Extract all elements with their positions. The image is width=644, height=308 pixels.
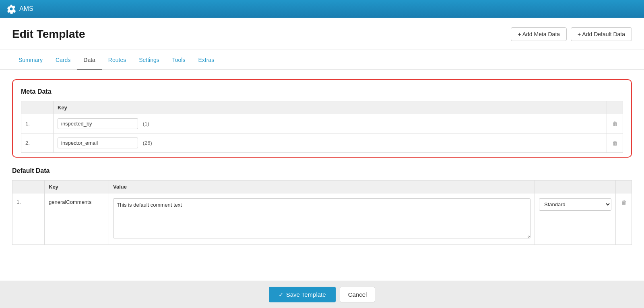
default-row-1-delete[interactable]: 🗑 xyxy=(616,193,632,245)
tab-data[interactable]: Data xyxy=(77,51,102,70)
delete-meta-row-1-icon[interactable]: 🗑 xyxy=(612,121,618,127)
tab-tools[interactable]: Tools xyxy=(166,51,192,70)
page-title: Edit Template xyxy=(12,28,85,41)
delete-default-row-1-icon[interactable]: 🗑 xyxy=(621,199,627,205)
default-row-1-type-cell: Standard Advanced Custom xyxy=(535,193,616,245)
default-col-actions xyxy=(616,181,632,193)
default-col-type xyxy=(535,181,616,193)
default-data-title: Default Data xyxy=(12,167,632,175)
table-row: 2. (26) 🗑 xyxy=(21,133,623,153)
tab-settings[interactable]: Settings xyxy=(132,51,166,70)
default-col-num xyxy=(12,181,45,193)
topnav: AMS xyxy=(0,0,644,18)
meta-row-1-delete[interactable]: 🗑 xyxy=(607,114,623,133)
meta-row-1-key-input[interactable] xyxy=(58,118,138,129)
save-template-button[interactable]: ✓ Save Template xyxy=(269,287,336,302)
meta-row-2-key-cell: (26) xyxy=(54,133,607,153)
meta-data-title: Meta Data xyxy=(21,88,623,95)
save-template-label: Save Template xyxy=(286,291,326,298)
meta-row-2-count: (26) xyxy=(143,140,152,146)
meta-data-section: Meta Data Key 1. (1) xyxy=(12,79,632,158)
add-default-data-button[interactable]: + Add Default Data xyxy=(571,27,632,41)
page-content: Edit Template + Add Meta Data + Add Defa… xyxy=(0,18,644,308)
save-checkmark-icon: ✓ xyxy=(279,291,284,298)
meta-row-1-count: (1) xyxy=(143,121,149,127)
default-col-key: Key xyxy=(45,181,109,193)
tab-cards[interactable]: Cards xyxy=(49,51,77,70)
delete-meta-row-2-icon[interactable]: 🗑 xyxy=(612,140,618,146)
meta-row-2-delete[interactable]: 🗑 xyxy=(607,133,623,153)
table-row: 1. generalComments This is default comme… xyxy=(12,193,632,245)
default-data-section: Default Data Key Value 1. generalComment… xyxy=(12,167,632,245)
gear-icon xyxy=(6,4,16,14)
add-meta-data-button[interactable]: + Add Meta Data xyxy=(511,27,567,41)
default-col-value: Value xyxy=(109,181,535,193)
main-content: Meta Data Key 1. (1) xyxy=(0,70,644,264)
default-row-1-value-cell: This is default comment text xyxy=(109,193,535,245)
meta-table-header-row: Key xyxy=(21,101,623,114)
default-table-header-row: Key Value xyxy=(12,181,632,193)
footer: ✓ Save Template Cancel xyxy=(0,281,644,308)
tab-extras[interactable]: Extras xyxy=(192,51,221,70)
default-data-table: Key Value 1. generalComments This is def… xyxy=(12,180,632,245)
meta-col-key: Key xyxy=(54,101,607,114)
default-row-1-type-select[interactable]: Standard Advanced Custom xyxy=(539,198,611,211)
meta-col-actions xyxy=(607,101,623,114)
header-actions: + Add Meta Data + Add Default Data xyxy=(511,27,632,41)
meta-row-1-key-cell: (1) xyxy=(54,114,607,133)
tab-routes[interactable]: Routes xyxy=(102,51,132,70)
default-row-1-num: 1. xyxy=(12,193,45,245)
meta-col-num xyxy=(21,101,54,114)
cancel-button[interactable]: Cancel xyxy=(340,287,376,302)
table-row: 1. (1) 🗑 xyxy=(21,114,623,133)
meta-row-1-num: 1. xyxy=(21,114,54,133)
tab-summary[interactable]: Summary xyxy=(12,51,49,70)
app-name: AMS xyxy=(19,5,33,12)
page-header: Edit Template + Add Meta Data + Add Defa… xyxy=(0,18,644,49)
meta-row-2-num: 2. xyxy=(21,133,54,153)
default-row-1-key: generalComments xyxy=(45,193,109,245)
tabs-bar: Summary Cards Data Routes Settings Tools… xyxy=(0,51,644,70)
meta-row-2-key-input[interactable] xyxy=(58,138,138,148)
app-brand: AMS xyxy=(6,4,33,14)
default-row-1-value-input[interactable]: This is default comment text xyxy=(113,198,530,238)
meta-data-table: Key 1. (1) 🗑 xyxy=(21,101,623,153)
